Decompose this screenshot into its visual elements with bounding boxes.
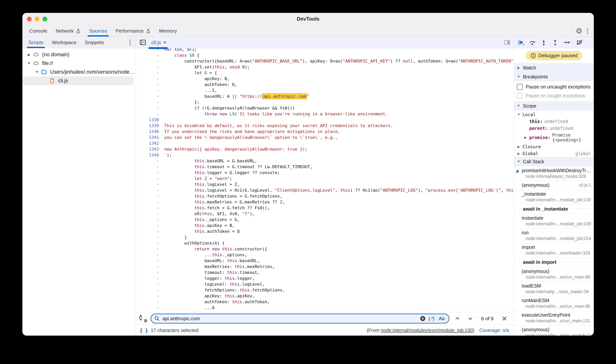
chevron-down-icon[interactable]: ▼ (34, 70, 40, 74)
tree-item-cli-js[interactable]: cli.js (22, 76, 134, 85)
scope-global[interactable]: ▶ Global global (514, 150, 594, 157)
step-out-icon[interactable] (550, 38, 560, 47)
line-number[interactable]: - (136, 94, 164, 99)
line-number[interactable]: 1341 (136, 135, 164, 140)
coverage-link[interactable]: Coverage: n/a (479, 328, 509, 333)
code-text[interactable]: baseURL: A || "https://api.anthropic.com… (164, 93, 514, 99)
line-number[interactable]: - (136, 282, 164, 286)
pretty-print-button[interactable]: { } (140, 327, 148, 333)
search-input[interactable]: api.anthropic.com (.*) Aa (151, 314, 449, 324)
line-number[interactable]: - (136, 164, 164, 169)
code-text[interactable]: If you understand the risks and have app… (164, 129, 514, 134)
code-text[interactable]: ...A (164, 305, 514, 311)
step-icon[interactable] (561, 38, 572, 47)
step-over-icon[interactable] (527, 38, 537, 47)
tab-network[interactable]: Network (51, 25, 85, 37)
line-number[interactable]: 1344 (136, 153, 164, 157)
line-number[interactable]: - (136, 100, 164, 104)
code-text[interactable]: ...I, (164, 88, 514, 93)
code-text[interactable]: constructor({baseURL: A=ao("ANTHROPIC_BA… (164, 58, 514, 64)
section-scope[interactable]: ▼ Scope (514, 101, 594, 110)
code-text[interactable]: you can set the \`dangerouslyAllowBrowse… (164, 134, 514, 140)
code-text[interactable]: if (!G.dangerouslyAllowBrowser && Ys0()) (164, 105, 514, 111)
section-call-stack[interactable]: ▼ Call Stack (514, 157, 594, 166)
search-query[interactable]: api.anthropic.com (163, 316, 417, 321)
code-text[interactable]: apiKey: B, (164, 76, 514, 82)
code-text[interactable]: withOptions(A) { (164, 240, 514, 246)
code-text[interactable]: $F1.set(this, void 0); (164, 64, 514, 70)
scope-promise[interactable]: ▶ promise: Promise {<pending>} (514, 132, 594, 143)
code-text[interactable]: var Xs0, $F1; (164, 48, 514, 52)
code-text[interactable]: this.timeout = G.timeout ?? Lw.DEFAULT_T… (164, 164, 514, 170)
line-number[interactable]: - (136, 82, 164, 87)
code-text[interactable]: let Z = "warn"; (164, 176, 514, 182)
section-watch[interactable]: ▶ Watch (514, 63, 594, 72)
line-number[interactable]: - (136, 106, 164, 110)
chevron-down-icon[interactable]: ▼ (26, 61, 32, 65)
pause-uncaught-row[interactable]: Pause on uncaught exceptions (514, 82, 594, 91)
line-number[interactable]: - (136, 200, 164, 204)
line-number[interactable]: - (136, 235, 164, 240)
settings-gear-icon[interactable]: ⚙ (576, 27, 582, 35)
sidebar-tab-snippets[interactable]: Snippets (81, 37, 108, 48)
code-text[interactable]: authToken: this.authToken, (164, 299, 514, 305)
tab-performance[interactable]: Performance (111, 25, 155, 37)
code-text[interactable]: this.logLevel = Z, (164, 182, 514, 187)
code-text[interactable]: this.logger = G.logger ?? console; (164, 170, 514, 176)
chevron-right-icon[interactable]: ▶ (26, 52, 32, 57)
code-text[interactable]: ...this._options, (164, 252, 514, 258)
match-case-button[interactable]: Aa (437, 315, 446, 322)
code-text[interactable]: maxRetries: this.maxRetries, (164, 264, 514, 270)
code-text[interactable]: }) (164, 311, 514, 312)
call-stack-frame[interactable]: promiseInitHookWithDestroyTr…node:intern… (514, 166, 594, 181)
replace-toggle-icon[interactable]: A B (139, 314, 147, 323)
code-text[interactable]: this.fetchOptions = G.fetchOptions, (164, 193, 514, 199)
code-text[interactable]: logLevel: this.logLevel, (164, 281, 514, 287)
call-stack-frame[interactable]: instantiatenode:internal/m…module_job:10… (514, 214, 594, 228)
tree-item--no-domain-[interactable]: ▶(no domain) (22, 50, 136, 59)
call-stack-frame[interactable]: (anonymous)node:internal/m…es/run_main:9… (514, 267, 594, 282)
line-number[interactable]: - (136, 170, 164, 175)
line-number[interactable]: - (136, 241, 164, 246)
code-text[interactable]: `); (164, 152, 514, 158)
line-number[interactable]: - (136, 276, 164, 281)
deactivate-breakpoints-icon[interactable] (575, 38, 585, 47)
pause-caught-checkbox[interactable] (517, 93, 523, 99)
line-number[interactable]: - (136, 288, 164, 292)
line-number[interactable]: - (136, 229, 164, 234)
editor-tab-clijs[interactable]: cli.js × (149, 37, 168, 48)
code-text[interactable]: this.fetch = G.fetch ?? Fs0(), (164, 205, 514, 211)
hide-navigator-icon[interactable] (139, 39, 146, 46)
code-text[interactable]: throw new L9(`It looks like you're runni… (164, 111, 514, 117)
code-text[interactable]: this.baseURL = G.baseURL, (164, 158, 514, 164)
line-number[interactable]: - (136, 158, 164, 163)
sidebar-tab-workspace[interactable]: Workspace (48, 37, 81, 48)
line-number[interactable]: - (136, 112, 164, 116)
line-number[interactable]: - (136, 88, 164, 93)
call-stack-frame[interactable]: _instantiatenode:internal/m…module_job:1… (514, 190, 594, 204)
line-number[interactable]: 1340 (136, 129, 164, 134)
navigator-more-icon[interactable] (129, 39, 131, 46)
code-text[interactable]: this.apiKey = B, (164, 222, 514, 228)
line-number[interactable]: 1338 (136, 117, 164, 122)
line-number[interactable]: - (136, 247, 164, 251)
close-search-icon[interactable] (500, 315, 509, 322)
code-text[interactable]: return new this.constructor({ (164, 246, 514, 252)
line-number[interactable]: - (136, 223, 164, 228)
line-number[interactable]: - (136, 194, 164, 198)
code-text[interactable]: fetchOptions: this.fetchOptions, (164, 287, 514, 293)
line-number[interactable]: 1339 (136, 123, 164, 128)
call-stack-frame[interactable]: (anonymous)node:internal/m…main_module:2 (514, 325, 594, 336)
line-number[interactable]: - (136, 76, 164, 81)
line-number[interactable]: - (136, 252, 164, 257)
call-stack-frame[interactable]: runnode:internal/m…module_job:214 (514, 228, 594, 243)
source-origin-link[interactable]: (From node:internal/modules/esm/module_j… (367, 328, 474, 333)
line-number[interactable]: - (136, 53, 164, 58)
line-number[interactable]: - (136, 182, 164, 187)
line-number[interactable]: - (136, 70, 164, 75)
scope-closure[interactable]: ▶ Closure (514, 143, 594, 150)
tree-item-file-[interactable]: ▼file:// (22, 59, 136, 68)
call-stack-frame[interactable]: loadESMnode:internal/p…/esm_loader:34 (514, 282, 594, 296)
call-stack-frame[interactable]: runMainESMnode:internal/m…es/run_main:98 (514, 296, 594, 311)
clear-search-icon[interactable] (420, 315, 426, 322)
